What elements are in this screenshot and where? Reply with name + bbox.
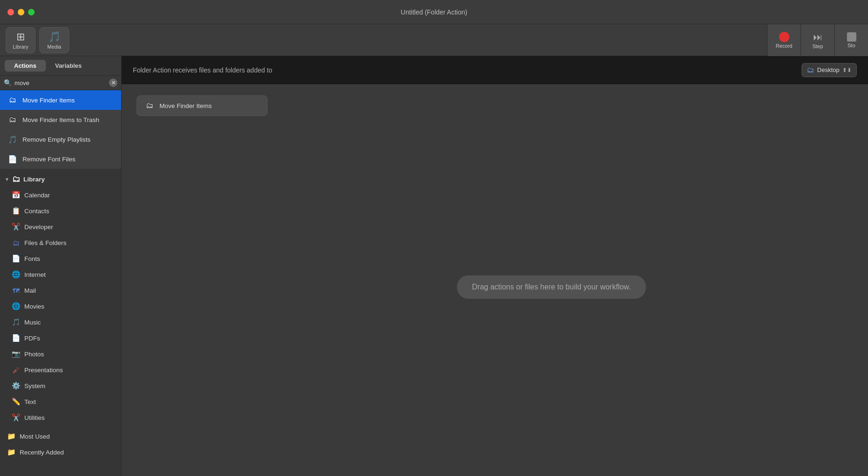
internet-label: Internet [24, 271, 46, 278]
dropdown-arrows-icon: ⬆⬇ [842, 67, 852, 73]
title-bar: Untitled (Folder Action) [0, 0, 868, 24]
workflow-header-text: Folder Action receives files and folders… [133, 66, 797, 74]
pdfs-label: PDFs [24, 335, 40, 342]
step-icon: ⏭ [813, 32, 823, 43]
search-input[interactable] [14, 79, 106, 87]
sidebar-item-presentations[interactable]: 🖋 Presentations [0, 362, 121, 378]
sidebar-item-text[interactable]: ✏️ Text [0, 394, 121, 410]
most-used-icon: 📁 [7, 432, 16, 441]
record-icon [779, 32, 789, 42]
mail-label: Mail [24, 287, 36, 294]
sidebar-item-photos[interactable]: 📷 Photos [0, 346, 121, 362]
sidebar-item-internet[interactable]: 🌐 Internet [0, 267, 121, 282]
maximize-button[interactable] [28, 9, 35, 15]
recently-added-label: Recently Added [20, 449, 64, 456]
toolbar-right-controls: Record ⏭ Step Sto [767, 24, 868, 56]
library-label: Library [13, 44, 29, 50]
media-icon: 🎵 [48, 31, 61, 43]
stop-icon [847, 32, 856, 42]
sidebar-item-system[interactable]: ⚙️ System [0, 378, 121, 394]
search-result-remove-font-files[interactable]: 📄 Remove Font Files [0, 149, 121, 169]
sidebar-item-recently-added[interactable]: 📁 Recently Added [0, 444, 121, 460]
move-finder-items-icon: 🗂 [7, 95, 18, 105]
music-label: Music [24, 319, 41, 326]
sidebar-item-developer[interactable]: ✂️ Developer [0, 219, 121, 235]
photos-label: Photos [24, 351, 44, 358]
calendar-label: Calendar [24, 192, 50, 199]
sidebar-item-music[interactable]: 🎵 Music [0, 314, 121, 330]
search-result-remove-empty-playlists[interactable]: 🎵 Remove Empty Playlists [0, 130, 121, 149]
fonts-label: Fonts [24, 255, 40, 262]
library-button[interactable]: ⊞ Library [6, 27, 36, 53]
toolbar: ⊞ Library 🎵 Media Record ⏭ Step Sto [0, 24, 868, 56]
mail-icon: 🗺 [11, 286, 21, 295]
sidebar-item-mail[interactable]: 🗺 Mail [0, 282, 121, 298]
move-finder-items-trash-icon: 🗂 [7, 115, 18, 125]
utilities-icon: ✂️ [11, 413, 21, 422]
traffic-lights [7, 9, 35, 15]
sidebar-item-utilities[interactable]: ✂️ Utilities [0, 410, 121, 426]
step-button[interactable]: ⏭ Step [801, 24, 834, 56]
search-result-label: Move Finder Items [22, 97, 75, 104]
sidebar-item-fonts[interactable]: 📄 Fonts [0, 251, 121, 267]
text-label: Text [24, 398, 36, 405]
presentations-icon: 🖋 [11, 365, 21, 375]
search-clear-button[interactable]: ✕ [109, 79, 117, 87]
search-bar: 🔍 ✕ [0, 76, 121, 90]
search-result-move-finder-items-trash[interactable]: 🗂 Move Finder Items to Trash [0, 110, 121, 130]
internet-icon: 🌐 [11, 270, 21, 279]
search-result-label-2: Move Finder Items to Trash [22, 116, 99, 123]
record-label: Record [776, 43, 792, 49]
folder-dropdown-icon: 🗂 [807, 66, 814, 74]
left-panel: Actions Variables 🔍 ✕ 🗂 Move Finder Item… [0, 56, 122, 476]
stop-button[interactable]: Sto [834, 24, 868, 56]
most-used-label: Most Used [20, 433, 50, 440]
search-result-move-finder-items[interactable]: 🗂 Move Finder Items [0, 90, 121, 110]
drag-hint: Drag actions or files here to build your… [457, 275, 646, 299]
files-folders-icon: 🗂 [11, 238, 21, 247]
library-header-label: Library [23, 176, 45, 183]
workflow-canvas: 🗂 Move Finder Items Drag actions or file… [122, 84, 868, 476]
remove-font-files-icon: 📄 [7, 154, 18, 164]
remove-empty-playlists-icon: 🎵 [7, 134, 18, 144]
sidebar-item-pdfs[interactable]: 📄 PDFs [0, 330, 121, 346]
search-result-label-3: Remove Empty Playlists [22, 136, 91, 143]
library-section: ▼ 🗂 Library 📅 Calendar 📋 Contacts ✂️ Dev… [0, 169, 121, 428]
folder-dropdown[interactable]: 🗂 Desktop ⬆⬇ [802, 63, 857, 77]
search-results: 🗂 Move Finder Items 🗂 Move Finder Items … [0, 90, 121, 169]
pdfs-icon: 📄 [11, 333, 21, 343]
action-card-move-finder-items[interactable]: 🗂 Move Finder Items [137, 95, 268, 116]
contacts-icon: 📋 [11, 206, 21, 216]
folder-dropdown-label: Desktop [817, 66, 839, 73]
recently-added-icon: 📁 [7, 447, 16, 457]
minimize-button[interactable] [18, 9, 24, 15]
close-button[interactable] [7, 9, 14, 15]
sidebar-item-contacts[interactable]: 📋 Contacts [0, 203, 121, 219]
library-header[interactable]: ▼ 🗂 Library [0, 172, 121, 187]
music-icon: 🎵 [11, 317, 21, 327]
stop-label: Sto [847, 43, 855, 48]
sidebar-item-movies[interactable]: 🌐 Movies [0, 298, 121, 314]
system-label: System [24, 382, 45, 389]
movies-icon: 🌐 [11, 302, 21, 311]
action-card-label: Move Finder Items [159, 102, 212, 109]
sidebar-list: 🗂 Move Finder Items 🗂 Move Finder Items … [0, 90, 121, 476]
media-label: Media [47, 44, 61, 50]
sidebar-item-calendar[interactable]: 📅 Calendar [0, 187, 121, 203]
drag-hint-text: Drag actions or files here to build your… [472, 283, 631, 291]
main-layout: Actions Variables 🔍 ✕ 🗂 Move Finder Item… [0, 56, 868, 476]
record-button[interactable]: Record [767, 24, 801, 56]
sidebar-item-most-used[interactable]: 📁 Most Used [0, 428, 121, 444]
calendar-icon: 📅 [11, 190, 21, 200]
files-folders-label: Files & Folders [24, 239, 66, 246]
text-icon: ✏️ [11, 397, 21, 406]
media-button[interactable]: 🎵 Media [39, 27, 69, 53]
sidebar-item-files-folders[interactable]: 🗂 Files & Folders [0, 235, 121, 251]
tab-actions[interactable]: Actions [5, 60, 46, 72]
presentations-label: Presentations [24, 367, 63, 374]
search-icon: 🔍 [4, 79, 12, 87]
utilities-label: Utilities [24, 414, 45, 421]
system-icon: ⚙️ [11, 381, 21, 390]
window-title: Untitled (Folder Action) [401, 8, 467, 16]
tab-variables[interactable]: Variables [46, 60, 91, 72]
